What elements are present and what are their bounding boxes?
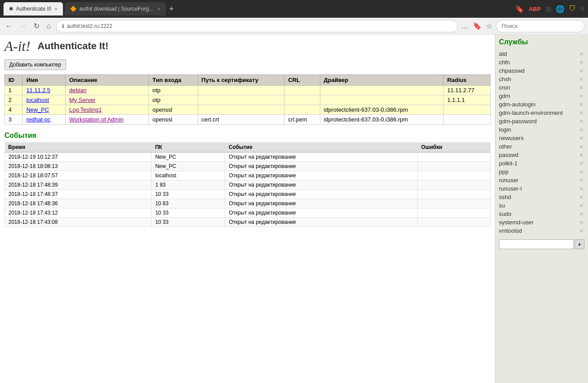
cell-radius: 1.1.1.1 bbox=[444, 95, 491, 105]
cell-driver bbox=[320, 86, 444, 95]
desc-link[interactable]: Log Testing1 bbox=[69, 106, 102, 113]
desc-link[interactable]: Workstation of Admin bbox=[69, 116, 124, 123]
search-input[interactable] bbox=[496, 20, 584, 32]
service-remove-button[interactable]: ✕ bbox=[578, 135, 584, 141]
event-row: 2018-12-18 17:43:1210 33Открыт на редакт… bbox=[5, 208, 491, 218]
menu-icon[interactable]: ≡ bbox=[580, 5, 584, 13]
home-button[interactable]: ⌂ bbox=[45, 20, 53, 32]
service-name-label: polkit-1 bbox=[499, 160, 578, 167]
service-item: chsh✕ bbox=[499, 75, 584, 83]
adblock-icon[interactable]: ABP bbox=[529, 6, 541, 12]
event-cell-event: Открыт на редактирование bbox=[225, 190, 418, 199]
service-name-label: su bbox=[499, 202, 578, 209]
cell-driver bbox=[320, 95, 444, 105]
star-icon[interactable]: ☆ bbox=[486, 22, 492, 30]
service-remove-button[interactable]: ✕ bbox=[578, 144, 584, 150]
service-item: newusers✕ bbox=[499, 134, 584, 142]
bookmark-icon[interactable]: ⛉ bbox=[569, 5, 576, 13]
event-cell-event: Открыт на редактирование bbox=[225, 199, 418, 208]
service-remove-button[interactable]: ✕ bbox=[578, 102, 584, 108]
cell-desc[interactable]: debian bbox=[66, 86, 149, 95]
view-icon[interactable]: ⊞ bbox=[545, 5, 551, 13]
service-remove-button[interactable]: ✕ bbox=[578, 169, 584, 175]
event-cell-errors bbox=[418, 190, 491, 199]
service-remove-button[interactable]: ✕ bbox=[578, 228, 584, 234]
forward-button[interactable]: → bbox=[18, 20, 28, 32]
tab-sourceforge[interactable]: 🔶 authit download | SourceForg… ✕ bbox=[65, 2, 166, 16]
desc-link[interactable]: debian bbox=[69, 87, 86, 94]
new-tab-button[interactable]: + bbox=[167, 4, 176, 14]
service-remove-button[interactable]: ✕ bbox=[578, 219, 584, 226]
cell-type: otp bbox=[149, 95, 198, 105]
name-link[interactable]: New_PC bbox=[26, 106, 49, 113]
tab-label-1: Authenticate It! bbox=[16, 6, 51, 12]
globe-icon[interactable]: 🌐 bbox=[556, 5, 565, 13]
app-logo: A-it! bbox=[4, 39, 31, 53]
service-remove-button[interactable]: ✕ bbox=[578, 203, 584, 209]
address-bar[interactable]: ℹ authit:test2.ru:2222 bbox=[56, 20, 458, 32]
service-remove-button[interactable]: ✕ bbox=[578, 110, 584, 116]
cell-name[interactable]: 11.11.2.5 bbox=[23, 86, 66, 95]
cell-cert bbox=[198, 105, 284, 115]
service-name-label: newusers bbox=[499, 135, 578, 141]
event-cell-event: Открыт на редактирование bbox=[225, 162, 418, 171]
cell-name[interactable]: New_PC bbox=[23, 105, 66, 115]
event-cell-time: 2018-12-18 17:48:37 bbox=[5, 190, 152, 199]
cell-name[interactable]: redhat-pc bbox=[23, 115, 66, 125]
service-item: other✕ bbox=[499, 142, 584, 151]
new-service-input[interactable] bbox=[499, 239, 574, 249]
service-remove-button[interactable]: ✕ bbox=[578, 152, 584, 158]
reload-button[interactable]: ↻ bbox=[32, 20, 41, 32]
service-remove-button[interactable]: ✕ bbox=[578, 194, 584, 200]
service-name-label: gdm-launch-environment bbox=[499, 109, 578, 116]
cell-desc[interactable]: Workstation of Admin bbox=[66, 115, 149, 125]
tab-authenticate[interactable]: ✱ Authenticate It! ✕ bbox=[4, 2, 63, 16]
cell-desc[interactable]: My Server bbox=[66, 95, 149, 105]
extensions-icon[interactable]: 🔖 bbox=[515, 5, 524, 13]
service-remove-button[interactable]: ✕ bbox=[578, 211, 584, 217]
service-remove-button[interactable]: ✕ bbox=[578, 186, 584, 192]
event-cell-pc: 10 83 bbox=[152, 199, 225, 208]
service-remove-button[interactable]: ✕ bbox=[578, 51, 584, 57]
service-name-label: cron bbox=[499, 84, 578, 91]
tab-close-2[interactable]: ✕ bbox=[157, 7, 160, 12]
event-row: 2018-12-18 17:43:0810 33Открыт на редакт… bbox=[5, 218, 491, 227]
more-button[interactable]: … bbox=[461, 22, 468, 30]
name-link[interactable]: redhat-pc bbox=[26, 116, 51, 123]
address-text: authit:test2.ru:2222 bbox=[67, 23, 113, 29]
cell-driver: idprotectclient-637.03-0.i386.rpm bbox=[320, 105, 444, 115]
event-cell-time: 2018-12-18 17:48:39 bbox=[5, 180, 152, 190]
col-type: Тип входа bbox=[149, 75, 198, 86]
service-remove-button[interactable]: ✕ bbox=[578, 85, 584, 91]
pocket-icon[interactable]: 🔖 bbox=[473, 22, 482, 30]
desc-link[interactable]: My Server bbox=[69, 97, 95, 103]
event-cell-time: 2018-12-18 18:07:57 bbox=[5, 171, 152, 180]
event-cell-pc: localhost bbox=[152, 171, 225, 180]
add-service-button[interactable]: + bbox=[575, 239, 584, 249]
service-name-label: login bbox=[499, 126, 578, 133]
service-remove-button[interactable]: ✕ bbox=[578, 160, 584, 167]
name-link[interactable]: 11.11.2.5 bbox=[26, 87, 50, 94]
name-link[interactable]: localhost bbox=[26, 97, 49, 103]
sidebar-input-row: + bbox=[499, 239, 584, 249]
col-name: Имя bbox=[23, 75, 66, 86]
cell-driver: idprotectclient-637.03-0.i386.rpm bbox=[320, 115, 444, 125]
service-remove-button[interactable]: ✕ bbox=[578, 177, 584, 184]
service-remove-button[interactable]: ✕ bbox=[578, 59, 584, 66]
service-item: ppp✕ bbox=[499, 168, 584, 176]
service-item: runuser✕ bbox=[499, 176, 584, 184]
add-computer-button[interactable]: Добавить компьютер bbox=[4, 59, 66, 70]
col-id: ID bbox=[5, 75, 23, 86]
service-item: sshd✕ bbox=[499, 193, 584, 201]
event-cell-pc: 10 33 bbox=[152, 218, 225, 227]
service-remove-button[interactable]: ✕ bbox=[578, 118, 584, 125]
cell-desc[interactable]: Log Testing1 bbox=[66, 105, 149, 115]
tab-close-1[interactable]: ✕ bbox=[54, 7, 58, 12]
service-remove-button[interactable]: ✕ bbox=[578, 93, 584, 99]
back-button[interactable]: ← bbox=[4, 20, 14, 32]
cell-name[interactable]: localhost bbox=[23, 95, 66, 105]
event-cell-errors bbox=[418, 208, 491, 218]
service-remove-button[interactable]: ✕ bbox=[578, 127, 584, 133]
service-remove-button[interactable]: ✕ bbox=[578, 68, 584, 74]
service-remove-button[interactable]: ✕ bbox=[578, 76, 584, 82]
